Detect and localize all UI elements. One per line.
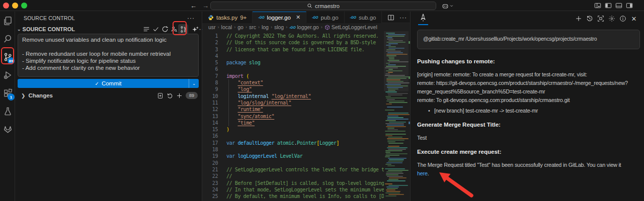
- stage-all-icon[interactable]: [176, 92, 183, 99]
- code-line: package slog: [226, 59, 384, 66]
- execute-header: Execute create merge request:: [417, 148, 640, 156]
- tab-label: logger.go: [267, 15, 291, 21]
- close-tab-icon[interactable]: ✕: [296, 14, 300, 21]
- close-window-button[interactable]: [3, 3, 9, 9]
- frame-icon[interactable]: [597, 15, 605, 23]
- tab-tasks-py[interactable]: tasks.py 9+: [202, 12, 253, 23]
- search-icon: [3, 34, 13, 44]
- breadcrumb-item[interactable]: log: [262, 24, 269, 30]
- annotation-box-merge-request-icon: [173, 21, 187, 35]
- commit-check-icon[interactable]: [151, 25, 160, 34]
- line-number: 6: [202, 66, 218, 72]
- changes-section-header[interactable]: ❯ Changes 89: [15, 91, 202, 100]
- line-number: 18: [202, 146, 218, 153]
- activity-run-debug[interactable]: [0, 66, 15, 84]
- zoom-window-button[interactable]: [21, 3, 27, 9]
- code-line: [226, 160, 384, 166]
- history-icon[interactable]: [586, 15, 594, 23]
- branch-list: [new branch] test-create-mr -> test-crea…: [417, 107, 640, 115]
- copilot-icon: [442, 3, 449, 10]
- toggle-secondary-sidebar-icon[interactable]: [626, 2, 633, 9]
- editor-tabs: tasks.py 9+ -GO logger.go ✕ -GO pub.go -…: [202, 12, 410, 23]
- commit-button[interactable]: ✓ Commit ⌄: [18, 79, 199, 88]
- toggle-panel-icon[interactable]: [615, 2, 622, 9]
- tab-sub-go[interactable]: -GO sub.go: [345, 12, 382, 23]
- new-chat-icon[interactable]: [575, 15, 583, 23]
- copilot-menu-button[interactable]: [442, 2, 453, 10]
- python-icon: [208, 15, 214, 21]
- code-line: "log/slog/internal": [226, 99, 384, 106]
- code-line: "runtime": [226, 106, 384, 113]
- open-changes-icon[interactable]: [157, 92, 164, 99]
- activity-extensions[interactable]: 1: [0, 84, 15, 102]
- nav-forward-icon[interactable]: →: [202, 2, 209, 10]
- line-number: 7: [202, 73, 218, 79]
- tab-logger-go[interactable]: -GO logger.go ✕: [253, 12, 306, 23]
- code-line: // SetLogLoggerLevel controls the level …: [226, 166, 384, 173]
- go-icon: -GO: [258, 16, 264, 19]
- breadcrumb-separator: ›: [246, 25, 247, 30]
- info-icon[interactable]: [619, 15, 627, 23]
- symbol-method-icon: [325, 25, 330, 30]
- breadcrumb-item[interactable]: slog: [274, 24, 284, 30]
- breadcrumb-separator: ›: [218, 25, 219, 30]
- activity-explorer[interactable]: [0, 12, 15, 30]
- code-line: //: [226, 173, 384, 179]
- titlebar: ← → crmaestro: [0, 0, 644, 11]
- commit-dropdown-button[interactable]: ⌄: [189, 79, 199, 88]
- code-area[interactable]: 1234567891011121314151617181920212223242…: [202, 31, 410, 201]
- go-icon: -GO: [350, 16, 356, 19]
- line-number: 8: [202, 79, 218, 86]
- breadcrumb-separator: ›: [271, 25, 272, 30]
- activity-testing[interactable]: [0, 102, 15, 120]
- view-as-list-icon[interactable]: [142, 25, 151, 34]
- line-number: 2: [202, 39, 218, 46]
- assistant-logo-icon[interactable]: [419, 14, 427, 23]
- breadcrumb-item[interactable]: src: [249, 24, 256, 30]
- nav-back-icon[interactable]: ←: [190, 2, 197, 10]
- code-line: "time": [226, 120, 384, 126]
- chat-user-message[interactable]: @gitlab:create_mr /Users/russellluo/Proj…: [417, 30, 640, 49]
- minimap-viewport: [384, 31, 409, 91]
- commit-button-label: Commit: [102, 80, 122, 86]
- breadcrumb-item[interactable]: SetLogLoggerLevel: [325, 24, 377, 30]
- code-line: // Use of this source code is governed b…: [226, 39, 384, 46]
- changes-count-badge: 89: [186, 92, 198, 99]
- breadcrumb-item[interactable]: local: [221, 24, 232, 30]
- gear-icon[interactable]: [608, 15, 616, 23]
- activity-gitlab[interactable]: [0, 120, 15, 138]
- line-number: 20: [202, 160, 218, 166]
- command-center-search[interactable]: crmaestro: [210, 2, 436, 10]
- discard-changes-icon[interactable]: [167, 92, 173, 99]
- customize-layout-icon[interactable]: [594, 2, 601, 9]
- tab-pub-go[interactable]: -GO pub.go: [306, 12, 344, 23]
- more-actions-icon[interactable]: ···: [187, 15, 195, 22]
- breadcrumb-item[interactable]: -GOlogger.go: [289, 24, 319, 30]
- refresh-icon[interactable]: [160, 25, 170, 34]
- breadcrumb-item[interactable]: usr: [208, 24, 216, 30]
- toggle-sidebar-icon[interactable]: [605, 2, 612, 9]
- line-number: 10: [202, 93, 218, 99]
- breadcrumb-separator: ›: [286, 25, 287, 30]
- changes-label: Changes: [28, 92, 53, 98]
- breadcrumb-separator: ›: [234, 25, 235, 30]
- code-line: [226, 66, 384, 72]
- breadcrumb-separator: ›: [321, 25, 323, 30]
- line-number: 12: [202, 106, 218, 113]
- breadcrumb-item[interactable]: go: [237, 24, 244, 30]
- here-link[interactable]: here: [417, 170, 428, 176]
- code-line: "sync/atomic": [226, 113, 384, 120]
- activity-search[interactable]: [0, 30, 15, 48]
- split-editor-icon[interactable]: [387, 14, 394, 21]
- code-line: "context": [226, 79, 384, 86]
- line-number: 11: [202, 99, 218, 106]
- minimize-window-button[interactable]: [12, 3, 18, 9]
- close-icon[interactable]: ✕: [630, 15, 638, 23]
- commit-message-input[interactable]: Remove unused variables and clean up not…: [18, 34, 199, 77]
- code-line: // By default, the minimum level is Info…: [226, 193, 384, 199]
- more-icon[interactable]: ···: [399, 14, 407, 21]
- code-line: [226, 133, 384, 139]
- line-number: 25: [202, 193, 218, 199]
- code-gutter: 1234567891011121314151617181920212223242…: [202, 33, 218, 199]
- breadcrumbs[interactable]: usr›local›go›src›log›slog›-GOlogger.go›S…: [202, 23, 410, 31]
